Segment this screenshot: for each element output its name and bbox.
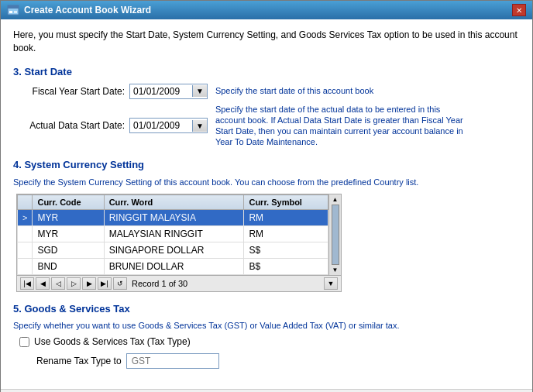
section-start-date: 3. Start Date Fiscal Year Start Date: ▼ … (13, 66, 520, 148)
currency-word-cell: BRUNEI DOLLAR (104, 259, 244, 275)
currency-desc: Specify the System Currency Setting of t… (13, 177, 520, 187)
currency-code-cell: BND (33, 259, 104, 275)
table-row[interactable]: MYR MALAYSIAN RINGGIT RM (18, 226, 328, 242)
currency-code-cell: SGD (33, 242, 104, 259)
currency-symbol-cell: B$ (244, 259, 328, 275)
gst-desc: Specify whether you want to use Goods & … (13, 321, 520, 330)
actual-date-input[interactable] (130, 119, 192, 132)
actual-date-input-wrap[interactable]: ▼ (129, 118, 208, 133)
scroll-down-arrow[interactable]: ▼ (332, 266, 339, 273)
currency-table-header: Curr. Code Curr. Word Curr. Symbol (18, 195, 328, 210)
title-bar: Create Account Book Wizard ✕ (1, 1, 532, 19)
rename-row: Rename Tax Type to (36, 353, 520, 369)
section3-header: 3. Start Date (13, 66, 520, 77)
currency-symbol-cell: S$ (244, 242, 328, 259)
wizard-footer: Previous Next Cancel (1, 389, 532, 392)
title-bar-left: Create Account Book Wizard (7, 4, 151, 16)
currency-table-body: > MYR RINGGIT MALAYSIA RM MYR MALAYSIAN … (18, 210, 328, 275)
th-curr-word: Curr. Word (104, 195, 244, 210)
section-currency: 4. System Currency Setting Specify the S… (13, 159, 520, 292)
fiscal-date-input-wrap[interactable]: ▼ (129, 84, 208, 99)
gst-checkbox-label: Use Goods & Services Tax (Tax Type) (34, 336, 191, 347)
fiscal-date-input[interactable] (130, 84, 192, 98)
svg-rect-4 (14, 12, 17, 13)
nav-filter-btn[interactable]: ▼ (324, 277, 338, 290)
currency-symbol-cell: RM (244, 210, 328, 226)
currency-code-cell: MYR (33, 210, 104, 226)
row-indicator (18, 242, 33, 259)
intro-text: Here, you must specify the Start Date, S… (13, 29, 520, 55)
currency-code-cell: MYR (33, 226, 104, 242)
th-indicator (18, 195, 33, 210)
wizard-window: Create Account Book Wizard ✕ Here, you m… (0, 0, 533, 392)
fiscal-label: Fiscal Year Start Date: (13, 86, 129, 97)
row-indicator (18, 226, 33, 242)
fiscal-year-row: Fiscal Year Start Date: ▼ Specify the st… (13, 84, 520, 99)
nav-record-text: Record 1 of 30 (132, 279, 187, 288)
svg-rect-1 (8, 5, 19, 9)
svg-rect-2 (9, 11, 12, 13)
wizard-content: Here, you must specify the Start Date, S… (1, 19, 532, 389)
table-row[interactable]: BND BRUNEI DOLLAR B$ (18, 259, 328, 275)
nav-last-btn[interactable]: ▶| (98, 277, 112, 290)
svg-rect-3 (14, 11, 17, 12)
window-title: Create Account Book Wizard (24, 5, 151, 15)
title-bar-controls: ✕ (512, 4, 526, 16)
rename-label: Rename Tax Type to (36, 356, 122, 366)
nav-next2-btn[interactable]: ▷ (67, 277, 81, 290)
currency-symbol-cell: RM (244, 226, 328, 242)
scroll-up-arrow[interactable]: ▲ (332, 196, 339, 203)
row-indicator (18, 259, 33, 275)
th-curr-code: Curr. Code (33, 195, 104, 210)
fiscal-hint: Specify the start date of this account b… (215, 85, 373, 96)
currency-table-scroll-area: Curr. Code Curr. Word Curr. Symbol > MYR… (17, 194, 328, 275)
table-row[interactable]: SGD SINGAPORE DOLLAR S$ (18, 242, 328, 259)
wizard-icon (7, 4, 19, 16)
th-curr-symbol: Curr. Symbol (244, 195, 328, 210)
nav-refresh-btn[interactable]: ↺ (113, 277, 127, 290)
currency-nav-bar: |◀ ◀ ◁ ▷ ▶ ▶| ↺ Record 1 of 30 ▼ (16, 276, 342, 292)
table-row[interactable]: > MYR RINGGIT MALAYSIA RM (18, 210, 328, 226)
gst-checkbox[interactable] (19, 337, 29, 347)
nav-first-btn[interactable]: |◀ (20, 277, 34, 290)
actual-label: Actual Data Start Date: (13, 120, 129, 131)
currency-table: Curr. Code Curr. Word Curr. Symbol > MYR… (17, 194, 328, 275)
close-button[interactable]: ✕ (512, 4, 526, 16)
gst-checkbox-row: Use Goods & Services Tax (Tax Type) (19, 336, 520, 347)
currency-word-cell: MALAYSIAN RINGGIT (104, 226, 244, 242)
actual-hint: Specify the start date of the actual dat… (215, 104, 463, 148)
nav-prev-btn[interactable]: ◀ (36, 277, 50, 290)
actual-date-picker-btn[interactable]: ▼ (192, 120, 207, 132)
currency-table-container: Curr. Code Curr. Word Curr. Symbol > MYR… (16, 194, 342, 276)
currency-word-cell: RINGGIT MALAYSIA (104, 210, 244, 226)
section-gst: 5. Goods & Services Tax Specify whether … (13, 303, 520, 369)
nav-next-btn[interactable]: ▶ (82, 277, 96, 290)
currency-scrollbar[interactable]: ▲ ▼ (328, 194, 341, 275)
fiscal-date-picker-btn[interactable]: ▼ (192, 85, 207, 97)
scroll-thumb[interactable] (332, 205, 339, 265)
rename-input[interactable] (126, 353, 219, 369)
row-indicator: > (18, 210, 33, 226)
actual-data-row: Actual Data Start Date: ▼ Specify the st… (13, 104, 520, 148)
nav-prev2-btn[interactable]: ◁ (51, 277, 65, 290)
section4-header: 4. System Currency Setting (13, 159, 520, 170)
section5-header: 5. Goods & Services Tax (13, 303, 520, 315)
currency-word-cell: SINGAPORE DOLLAR (104, 242, 244, 259)
